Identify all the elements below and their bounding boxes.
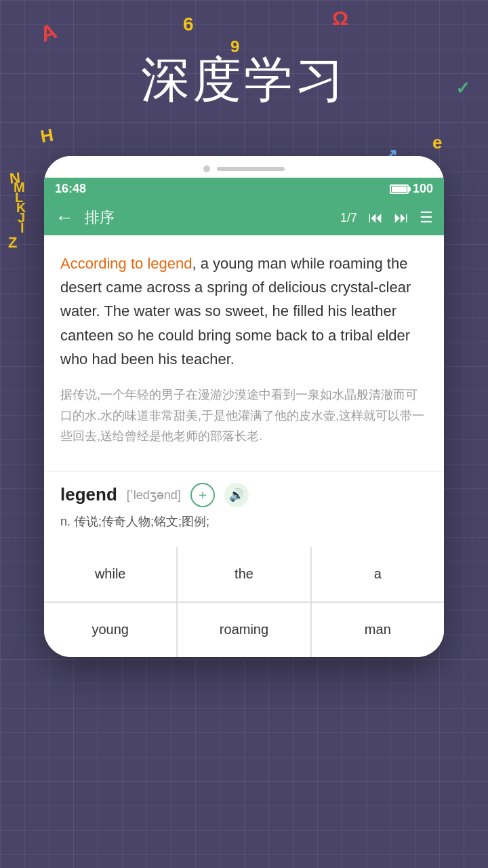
chinese-translation: 据传说,一个年轻的男子在漫游沙漠途中看到一泉如水晶般清澈而可口的水.水的味道非常… [60, 384, 428, 447]
word-phonetic: [ˈledʒənd] [127, 488, 181, 502]
floating-letter: H [39, 125, 55, 148]
phone-notch [44, 156, 444, 178]
page-indicator: 1/7 [340, 211, 357, 225]
floating-letter: 9 [230, 37, 239, 56]
word-row: legend [ˈledʒənd] ＋ 🔊 [60, 472, 428, 507]
sound-button[interactable]: 🔊 [224, 483, 249, 507]
back-button[interactable]: ← [55, 207, 74, 229]
floating-letter: 6 [183, 14, 194, 35]
title-area: 深度学习 [0, 0, 488, 126]
option-the[interactable]: the [178, 547, 310, 601]
word-definition: n. 传说;传奇人物;铭文;图例; [60, 513, 428, 531]
floating-letter: I [20, 220, 24, 236]
english-paragraph: According to legend, a young man while r… [60, 252, 428, 371]
battery-fill [392, 186, 407, 192]
option-a[interactable]: a [312, 547, 444, 601]
word-info-area: legend [ˈledʒənd] ＋ 🔊 n. 传说;传奇人物;铭文;图例; [44, 471, 444, 545]
battery-icon [390, 184, 409, 194]
header-nav: 1/7 ⏮ ⏭ ☰ [340, 209, 433, 226]
floating-letter: ✓ [455, 78, 470, 99]
option-man[interactable]: man [312, 603, 444, 657]
word-text: legend [60, 484, 117, 505]
skip-back-icon[interactable]: ⏮ [368, 209, 383, 226]
floating-letter: Z [8, 234, 17, 252]
add-word-button[interactable]: ＋ [190, 483, 215, 507]
option-while[interactable]: while [44, 547, 176, 601]
phone-mockup: 16:48 100 ← 排序 1/7 ⏮ ⏭ ☰ According to le… [44, 156, 444, 657]
battery-indicator: 100 [390, 182, 433, 196]
highlight-phrase: According to legend [60, 255, 192, 272]
app-header: ← 排序 1/7 ⏮ ⏭ ☰ [44, 200, 444, 235]
status-time: 16:48 [55, 182, 86, 196]
floating-letter: Ω [332, 7, 348, 30]
status-bar: 16:48 100 [44, 178, 444, 200]
menu-icon[interactable]: ☰ [420, 209, 433, 226]
battery-level: 100 [413, 182, 433, 196]
option-young[interactable]: young [44, 603, 176, 657]
page-title: 深度学习 [0, 47, 488, 113]
floating-letter: e [432, 132, 442, 153]
skip-forward-icon[interactable]: ⏭ [394, 209, 409, 226]
phone-dot [203, 165, 210, 172]
option-roaming[interactable]: roaming [178, 603, 310, 657]
phone-bar [217, 167, 285, 171]
options-grid: while the a young roaming man [44, 547, 444, 657]
header-title: 排序 [85, 208, 329, 228]
reading-content: According to legend, a young man while r… [44, 235, 444, 471]
